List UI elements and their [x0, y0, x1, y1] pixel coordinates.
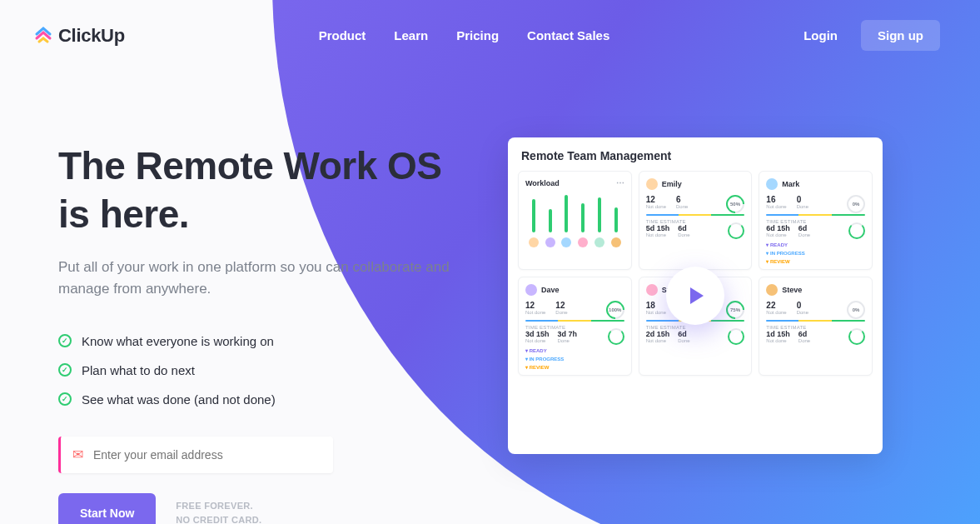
cta-row: Start Now FREE FOREVER. NO CREDIT CARD. [58, 493, 458, 524]
nav-contact[interactable]: Contact Sales [527, 28, 609, 42]
logo-text: ClickUp [58, 25, 125, 47]
hero-title: The Remote Work OS is here. [58, 142, 458, 238]
workload-card: Workload⋯ [518, 171, 632, 270]
signup-button[interactable]: Sign up [861, 20, 940, 51]
email-input[interactable] [93, 448, 321, 462]
check-text: Plan what to do next [82, 363, 195, 377]
person-name: Steve [782, 286, 802, 294]
progress-ring: 0% [847, 301, 865, 319]
person-name: Emily [662, 180, 682, 188]
check-icon: ✓ [58, 392, 72, 406]
check-text: See what was done (and not done) [82, 392, 276, 407]
cta-line2: NO CREDIT CARD. [176, 513, 261, 524]
progress-ring: 0% [847, 195, 865, 213]
play-icon [690, 287, 704, 304]
more-icon[interactable]: ⋯ [616, 178, 624, 187]
est-ring [608, 328, 624, 345]
check-text: Know what everyone is working on [82, 334, 274, 348]
person-card-steve: Steve 22Not done0Done 0% TIME ESTIMATE 1… [759, 277, 873, 376]
hero-checks: ✓Know what everyone is working on ✓Plan … [58, 334, 458, 407]
hero-subtitle: Put all of your work in one platform so … [58, 257, 458, 301]
cta-subtext: FREE FOREVER. NO CREDIT CARD. [176, 499, 261, 524]
preview-title: Remote Team Management [518, 149, 873, 162]
check-icon: ✓ [58, 334, 72, 347]
nav-links: Product Learn Pricing Contact Sales [319, 28, 610, 42]
check-item: ✓Know what everyone is working on [58, 334, 458, 348]
nav-product[interactable]: Product [319, 28, 366, 42]
email-row: ✉ [58, 437, 333, 473]
logo[interactable]: ClickUp [33, 25, 125, 47]
nav-right: Login Sign up [803, 20, 940, 51]
login-link[interactable]: Login [803, 28, 838, 42]
person-card-emily: Emily 12Not done6Done 50% TIME ESTIMATE … [639, 171, 753, 270]
workload-avatars [525, 237, 624, 247]
est-ring [728, 328, 744, 345]
nav-pricing[interactable]: Pricing [456, 28, 499, 42]
logo-icon [33, 26, 53, 46]
person-card-mark: Mark 16Not done0Done 0% TIME ESTIMATE 6d… [759, 171, 873, 270]
nav-learn[interactable]: Learn [394, 28, 428, 42]
start-now-button[interactable]: Start Now [58, 493, 156, 524]
workload-label: Workload [525, 179, 560, 187]
top-nav: ClickUp Product Learn Pricing Contact Sa… [0, 0, 980, 51]
person-card-dave: Dave 12Not done12Done 100% TIME ESTIMATE… [518, 277, 632, 376]
mail-icon: ✉ [72, 447, 83, 462]
play-button[interactable] [666, 267, 724, 325]
est-ring [848, 222, 865, 239]
check-item: ✓See what was done (and not done) [58, 392, 458, 407]
person-name: Mark [782, 180, 799, 188]
person-name: Dave [541, 286, 560, 294]
est-ring [848, 328, 865, 345]
dashboard-preview: Remote Team Management Workload⋯ Emily 1… [508, 137, 883, 454]
hero: The Remote Work OS is here. Put all of y… [0, 51, 458, 524]
check-item: ✓Plan what to do next [58, 363, 458, 377]
workload-bars [525, 191, 624, 232]
check-icon: ✓ [58, 363, 72, 377]
cta-line1: FREE FOREVER. [176, 499, 261, 513]
est-ring [728, 222, 744, 239]
